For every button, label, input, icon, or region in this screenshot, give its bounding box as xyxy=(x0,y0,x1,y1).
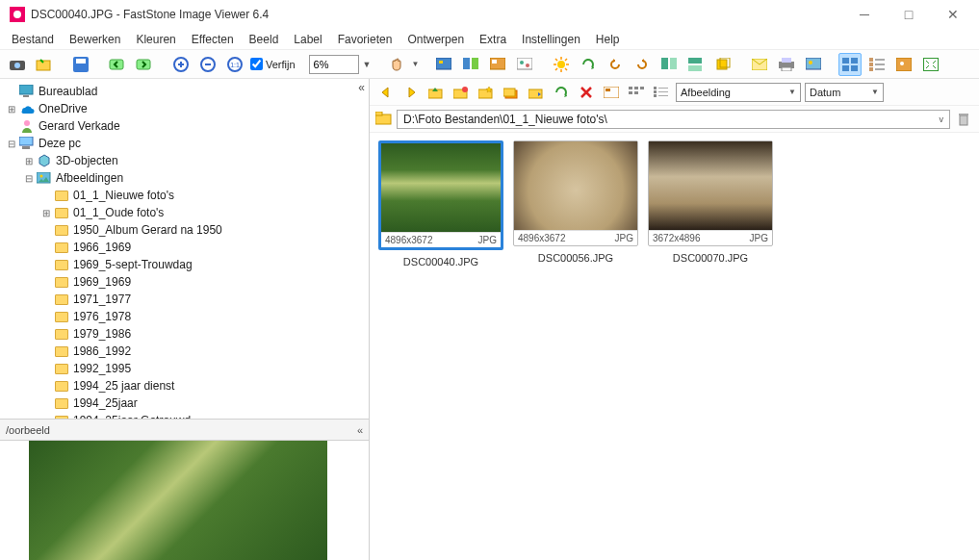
zoom-dropdown-icon[interactable]: ▼ xyxy=(363,60,372,69)
tree-item[interactable]: 01_1_Nieuwe foto's xyxy=(2,187,367,204)
tree-item[interactable]: 1992_1995 xyxy=(2,360,367,377)
tree-item[interactable]: 1969_5-sept-Trouwdag xyxy=(2,256,367,273)
nav-back-icon[interactable] xyxy=(106,53,129,76)
slideshow-icon[interactable] xyxy=(432,53,455,76)
thumbnail-filename: DSC00040.JPG xyxy=(403,256,478,267)
tree-item[interactable]: ⊟Deze pc xyxy=(2,135,367,152)
acquire-icon[interactable] xyxy=(6,53,29,76)
folder-up-icon[interactable] xyxy=(425,82,447,103)
save-icon[interactable] xyxy=(69,53,92,76)
address-input[interactable]: D:\Foto Bestanden\01_1_Nieuwe foto's\ v xyxy=(397,110,950,129)
clone-icon[interactable] xyxy=(711,53,734,76)
tree-item[interactable]: ⊞3D-objecten xyxy=(2,152,367,169)
tree-expander-icon[interactable]: ⊟ xyxy=(23,173,35,184)
thumbnail[interactable]: 4896x3672JPGDSC00056.JPG xyxy=(512,140,639,264)
tree-item[interactable]: 1994_25jaar xyxy=(2,395,367,412)
tree-expander-icon[interactable]: ⊞ xyxy=(40,208,52,218)
refresh2-icon[interactable] xyxy=(551,82,572,103)
thumbnail[interactable]: 4896x3672JPGDSC00040.JPG xyxy=(377,140,504,267)
tree-item[interactable]: 1950_Album Gerard na 1950 xyxy=(2,221,367,239)
preview-collapse-icon[interactable]: « xyxy=(357,424,363,436)
view-single-icon[interactable] xyxy=(892,53,915,76)
view-mode3-icon[interactable] xyxy=(651,82,672,103)
address-folder-icon xyxy=(375,112,393,127)
menu-bewerken[interactable]: Bewerken xyxy=(62,31,128,48)
tree-expander-icon[interactable]: ⊞ xyxy=(6,104,17,115)
address-dropdown-icon[interactable]: v xyxy=(940,115,944,124)
view-mode2-icon[interactable] xyxy=(626,82,647,103)
nav-back2-icon[interactable] xyxy=(375,82,397,103)
menu-kleuren[interactable]: Kleuren xyxy=(128,31,183,48)
nav-forward2-icon[interactable] xyxy=(400,82,422,103)
tree-item[interactable]: ⊞01_1_Oude foto's xyxy=(2,204,367,221)
fullscreen-icon[interactable] xyxy=(919,53,942,76)
tree-item[interactable]: 1966_1969 xyxy=(2,239,367,256)
view-mode1-icon[interactable] xyxy=(601,82,622,103)
close-button[interactable]: ✕ xyxy=(931,0,975,29)
zoom-in-icon[interactable] xyxy=(169,53,193,76)
menu-beeld[interactable]: Beeld xyxy=(242,31,287,48)
flip-v-icon[interactable] xyxy=(684,53,708,76)
menu-label[interactable]: Label xyxy=(286,31,329,48)
tree-item[interactable]: 1979_1986 xyxy=(2,325,367,343)
zoom-actual-icon[interactable]: 1:1 xyxy=(223,53,246,76)
menu-bestand[interactable]: Bestand xyxy=(4,31,62,48)
menu-instellingen[interactable]: Instellingen xyxy=(514,31,588,48)
folder-new-icon[interactable] xyxy=(451,82,472,103)
tree-item[interactable]: 1969_1969 xyxy=(2,273,367,291)
tree-expander-icon[interactable]: ⊟ xyxy=(6,139,17,149)
rotate-left-icon[interactable] xyxy=(604,53,627,76)
nav-forward-icon[interactable] xyxy=(133,53,156,76)
folder-move-icon[interactable] xyxy=(526,82,547,103)
folder-icon xyxy=(54,344,69,359)
sort-field-select[interactable]: Afbeelding ▼ xyxy=(676,83,801,102)
tree-item[interactable]: Bureaublad xyxy=(2,83,367,100)
tree-item[interactable]: 1971_1977 xyxy=(2,291,367,308)
flip-h-icon[interactable] xyxy=(657,53,681,76)
tree-expander-icon[interactable]: ⊞ xyxy=(23,156,35,166)
contact-sheet-icon[interactable] xyxy=(513,53,536,76)
tree-item[interactable]: 1986_1992 xyxy=(2,343,367,360)
refresh-icon[interactable] xyxy=(577,53,600,76)
minimize-button[interactable]: ─ xyxy=(842,0,887,29)
view-thumbnails-icon[interactable] xyxy=(838,53,862,76)
folder-fav-icon[interactable] xyxy=(476,82,497,103)
thumbnail[interactable]: 3672x4896JPGDSC00070.JPG xyxy=(647,140,774,264)
menu-effecten[interactable]: Effecten xyxy=(184,31,242,48)
svg-rect-43 xyxy=(875,64,885,65)
menu-help[interactable]: Help xyxy=(588,31,628,48)
tree-collapse-icon[interactable]: « xyxy=(358,81,365,94)
rotate-right-icon[interactable] xyxy=(631,53,654,76)
maximize-button[interactable]: □ xyxy=(887,0,931,29)
refine-checkbox[interactable]: Verfijn xyxy=(250,58,296,70)
tree-item[interactable]: 1994_25 jaar dienst xyxy=(2,377,367,395)
trash-icon[interactable] xyxy=(954,110,973,129)
menu-ontwerpen[interactable]: Ontwerpen xyxy=(399,31,472,48)
thumbnail-dimensions: 4896x3672 xyxy=(385,235,433,245)
compare-icon[interactable] xyxy=(459,53,482,76)
menu-extra[interactable]: Extra xyxy=(472,31,514,48)
tree-item[interactable]: Gerard Verkade xyxy=(2,117,367,135)
thumbnail-area[interactable]: 4896x3672JPGDSC00040.JPG4896x3672JPGDSC0… xyxy=(370,133,979,560)
tree-item[interactable]: 1994_25jaar Getrouwd xyxy=(2,412,367,420)
delete-icon[interactable] xyxy=(576,82,597,103)
sort-order-select[interactable]: Datum ▼ xyxy=(805,83,884,102)
hand-dropdown-icon[interactable]: ▼ xyxy=(412,60,420,68)
view-list-icon[interactable] xyxy=(865,53,889,76)
settings-sun-icon[interactable] xyxy=(550,53,573,76)
svg-rect-74 xyxy=(658,95,668,96)
open-folder-icon[interactable] xyxy=(33,53,56,76)
menu-favorieten[interactable]: Favorieten xyxy=(330,31,400,48)
tree-item[interactable]: ⊟Afbeeldingen xyxy=(2,169,367,187)
email-icon[interactable] xyxy=(748,53,771,76)
tree-item[interactable]: 1976_1978 xyxy=(2,308,367,325)
wallpaper-icon[interactable] xyxy=(802,53,825,76)
folder-tree[interactable]: « Bureaublad⊞OneDriveGerard Verkade⊟Deze… xyxy=(0,79,369,420)
folder-copy-icon[interactable] xyxy=(501,82,522,103)
tree-item[interactable]: ⊞OneDrive xyxy=(2,100,367,117)
print-icon[interactable] xyxy=(775,53,798,76)
hand-tool-icon[interactable] xyxy=(385,53,408,76)
tile-icon[interactable] xyxy=(486,53,509,76)
zoom-input[interactable] xyxy=(309,55,359,74)
zoom-out-icon[interactable] xyxy=(196,53,219,76)
